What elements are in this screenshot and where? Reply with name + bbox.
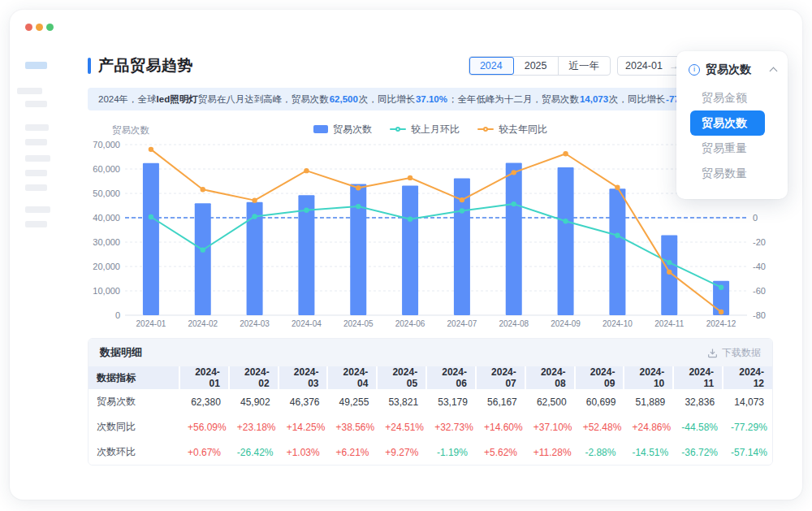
data-point-2024-12[interactable] xyxy=(719,285,723,290)
date-range-start: 2024-01 xyxy=(625,60,663,71)
bar-2024-06[interactable] xyxy=(402,185,418,315)
table-cell: -57.14% xyxy=(723,440,772,465)
table-cell: -1.19% xyxy=(426,440,476,465)
data-point-2024-11[interactable] xyxy=(667,260,672,265)
sidebar-skeleton-item xyxy=(25,101,47,107)
data-point-2024-07[interactable] xyxy=(460,208,464,213)
table-cell: +38.56% xyxy=(327,414,377,440)
left-axis-tick: 70,000 xyxy=(93,140,120,149)
data-point-2024-04[interactable] xyxy=(304,207,309,212)
x-axis-label: 2024-03 xyxy=(240,319,270,328)
bar-2024-08[interactable] xyxy=(506,163,522,316)
legend-item-mom[interactable]: 较上月环比 xyxy=(390,123,460,136)
table-card-header: 数据明细 下载数据 xyxy=(89,339,772,366)
banner-text-segment: led照明灯 xyxy=(157,93,198,106)
sidebar-skeleton-item xyxy=(17,88,42,94)
year-filter-2024[interactable]: 2024 xyxy=(469,57,514,75)
year-filter-2025[interactable]: 2025 xyxy=(514,57,559,75)
data-point-2024-02[interactable] xyxy=(201,247,205,252)
sidebar-skeleton-item xyxy=(25,155,50,162)
data-point-2024-12[interactable] xyxy=(719,310,723,314)
table-cell: +9.27% xyxy=(377,440,426,465)
bar-2024-04[interactable] xyxy=(298,195,314,315)
banner-text-segment: 次，同比增长 xyxy=(359,93,415,106)
bar-2024-09[interactable] xyxy=(558,167,574,315)
right-axis-tick: -60 xyxy=(753,286,766,296)
metric-dropdown-toggle[interactable]: i 贸易次数 xyxy=(676,63,788,85)
table-cell: +24.86% xyxy=(624,414,673,440)
table-cell: +6.21% xyxy=(327,440,377,465)
left-axis-tick: 20,000 xyxy=(93,262,120,271)
table-cell: 60,699 xyxy=(575,389,624,414)
right-axis-tick: -20 xyxy=(753,237,766,247)
right-axis-tick: -40 xyxy=(753,262,766,271)
metric-option-trade-quantity[interactable]: 贸易数量 xyxy=(676,161,788,186)
table-col-header: 2024-02 xyxy=(229,366,279,389)
x-axis-label: 2024-11 xyxy=(654,319,684,328)
legend-item-yoy[interactable]: 较去年同比 xyxy=(477,123,547,136)
table-cell: +5.62% xyxy=(476,440,525,465)
bar-2024-01[interactable] xyxy=(143,163,159,315)
data-point-2024-10[interactable] xyxy=(615,185,620,190)
data-point-2024-01[interactable] xyxy=(149,147,153,152)
table-col-header: 2024-06 xyxy=(426,366,476,389)
bar-2024-11[interactable] xyxy=(661,235,677,315)
banner-text-segment: 次，同比增长 xyxy=(609,93,665,106)
table-row-label: 贸易次数 xyxy=(89,389,179,414)
right-axis-tick: -80 xyxy=(753,310,766,320)
data-point-2024-03[interactable] xyxy=(252,197,257,202)
bar-2024-02[interactable] xyxy=(195,203,211,315)
recent-year-filter[interactable]: 近一年 xyxy=(559,57,611,75)
x-axis-label: 2024-07 xyxy=(447,319,477,328)
metric-option-trade-weight[interactable]: 贸易重量 xyxy=(676,136,788,161)
table-cell: -77.29% xyxy=(723,414,772,440)
data-point-2024-07[interactable] xyxy=(460,197,464,202)
table-cell: 51,889 xyxy=(624,389,673,414)
table-row-label: 次数同比 xyxy=(89,414,179,440)
banner-text-segment: ；全年低峰为十二月，贸易次数 xyxy=(448,93,579,106)
trend-chart[interactable]: 010,00020,00030,00040,00050,00060,00070,… xyxy=(88,138,773,331)
banner-highlight-value: 62,500 xyxy=(329,94,359,104)
data-point-2024-10[interactable] xyxy=(615,233,620,238)
data-point-2024-06[interactable] xyxy=(408,217,412,222)
data-point-2024-09[interactable] xyxy=(563,151,568,156)
x-axis-label: 2024-02 xyxy=(188,319,218,328)
data-point-2024-11[interactable] xyxy=(667,270,672,275)
bar-2024-03[interactable] xyxy=(247,202,263,315)
data-point-2024-08[interactable] xyxy=(512,170,516,175)
year-filter-group: 2024 2025 近一年 xyxy=(469,56,611,76)
data-point-2024-01[interactable] xyxy=(149,214,153,219)
data-point-2024-08[interactable] xyxy=(512,201,516,206)
table-index-header: 数据指标 xyxy=(89,366,179,389)
banner-highlight-value: 37.10% xyxy=(415,94,448,104)
legend-item-trade-count[interactable]: 贸易次数 xyxy=(313,123,372,136)
line-swatch-icon xyxy=(390,128,406,130)
data-point-2024-04[interactable] xyxy=(304,168,309,173)
x-axis-label: 2024-12 xyxy=(706,319,736,328)
table-cell: -14.51% xyxy=(624,440,673,465)
x-axis-label: 2024-04 xyxy=(292,319,322,328)
table-cell: +0.67% xyxy=(179,440,229,465)
table-cell: +56.09% xyxy=(179,414,229,440)
metric-option-trade-amount[interactable]: 贸易金额 xyxy=(676,85,788,110)
table-cell: 46,376 xyxy=(279,389,328,414)
table-col-header: 2024-05 xyxy=(377,366,426,389)
data-point-2024-09[interactable] xyxy=(563,219,568,223)
line-series xyxy=(151,149,721,312)
bar-2024-05[interactable] xyxy=(350,184,366,315)
legend-label: 较上月环比 xyxy=(411,123,460,136)
table-col-header: 2024-10 xyxy=(624,366,673,389)
legend-label: 较去年同比 xyxy=(499,123,547,136)
data-point-2024-06[interactable] xyxy=(408,175,412,180)
table-cell: +14.60% xyxy=(476,414,525,440)
data-point-2024-05[interactable] xyxy=(356,185,361,190)
data-point-2024-02[interactable] xyxy=(201,187,205,192)
summary-banner: 2024年，全球led照明灯贸易在八月达到高峰，贸易次数62,500次，同比增长… xyxy=(88,88,773,110)
table-cell: +52.48% xyxy=(575,414,624,440)
download-data-button[interactable]: 下载数据 xyxy=(707,346,761,360)
metric-option-trade-count[interactable]: 贸易次数 xyxy=(690,110,765,136)
data-point-2024-03[interactable] xyxy=(252,214,257,219)
data-point-2024-05[interactable] xyxy=(356,204,361,209)
bar-2024-10[interactable] xyxy=(609,188,625,315)
table-cell: 53,821 xyxy=(377,389,426,414)
